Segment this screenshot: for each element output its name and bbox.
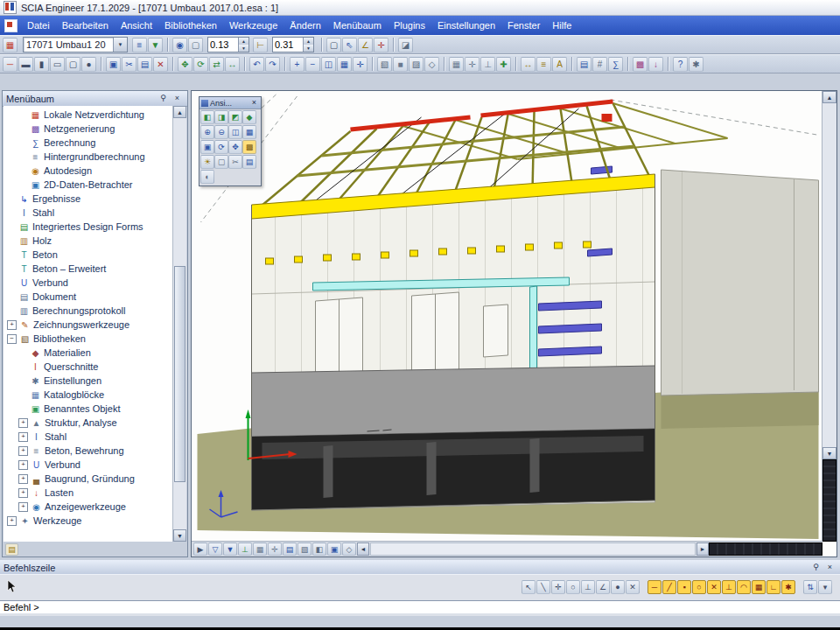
tree-item[interactable]: IQuerschnitte xyxy=(4,360,173,374)
view-y-icon[interactable]: ◨ xyxy=(214,110,228,124)
visibility-state-icon[interactable]: ◉ xyxy=(172,38,187,52)
collapse-box-icon[interactable]: − xyxy=(7,334,17,344)
selection-mode-icon[interactable]: ▶ xyxy=(193,542,207,556)
tree-scroll-track[interactable] xyxy=(173,118,186,529)
tree-item[interactable]: +UVerbund xyxy=(4,458,173,472)
view-z-icon[interactable]: ◩ xyxy=(228,110,242,124)
snap-point-icon[interactable]: ● xyxy=(611,580,625,594)
opening-icon[interactable]: ▢ xyxy=(66,57,80,72)
vscroll-down-icon[interactable]: ▼ xyxy=(822,447,836,459)
tree-item[interactable]: +▲Struktur, Analyse xyxy=(4,416,173,430)
zoom-increase-icon[interactable]: + xyxy=(290,57,304,72)
menu-einstellungen[interactable]: Einstellungen xyxy=(431,17,501,34)
menu-bearbeiten[interactable]: Bearbeiten xyxy=(56,17,115,34)
hscroll-right-icon[interactable]: ► xyxy=(696,542,709,556)
menu-ansicht[interactable]: Ansicht xyxy=(115,17,158,34)
axes-toggle-icon[interactable]: ✚ xyxy=(496,57,511,72)
light-settings-icon[interactable]: ☀ xyxy=(200,155,214,169)
pan-icon[interactable]: ✛ xyxy=(353,57,368,72)
tree-item[interactable]: ≡Hintergrundberechnung xyxy=(4,150,173,164)
expand-box-icon[interactable]: + xyxy=(18,502,28,512)
tree-item[interactable]: +✎Zeichnungswerkzeuge xyxy=(4,318,173,332)
document-window-icon[interactable] xyxy=(4,19,18,32)
snap-perpendicular-icon[interactable]: ⊥ xyxy=(722,580,736,594)
walk-mode-icon[interactable]: ▩ xyxy=(242,140,256,154)
tree-item[interactable]: ▣Benanntes Objekt xyxy=(4,402,173,416)
snap-filter-icon[interactable]: ▾ xyxy=(818,580,832,594)
tree-scroll-down-icon[interactable]: ▼ xyxy=(173,529,186,542)
tree-item[interactable]: ✱Einstellungen xyxy=(4,374,173,388)
mirror-icon[interactable]: ⇄ xyxy=(209,57,224,72)
scale-input-2[interactable] xyxy=(273,38,303,52)
zoom-all-icon[interactable]: ▦ xyxy=(242,125,256,139)
results-view-icon[interactable]: ↓ xyxy=(648,57,663,72)
vscroll-track[interactable] xyxy=(822,103,836,447)
tree-item[interactable]: ▦Katalogblöcke xyxy=(4,388,173,402)
line-grid-icon[interactable]: ─ xyxy=(3,57,18,72)
layer-filter-icon[interactable]: ≡ xyxy=(132,38,147,52)
snap-intersection-icon[interactable]: ✕ xyxy=(707,580,721,594)
dimension-tool-icon[interactable]: ↔ xyxy=(521,57,536,72)
layer-manager-icon[interactable]: ▤ xyxy=(577,57,592,72)
cut-icon[interactable]: ✂ xyxy=(122,57,136,72)
tree-item[interactable]: ▥Holz xyxy=(4,234,173,248)
project-manager-icon[interactable]: ▦ xyxy=(3,38,18,52)
stretch-icon[interactable]: ↔ xyxy=(225,57,240,72)
vscroll-thumb[interactable] xyxy=(822,459,836,542)
expand-box-icon[interactable]: + xyxy=(18,488,28,498)
text-label-tool-icon[interactable]: A xyxy=(552,57,567,72)
pan-view-icon[interactable]: ✥ xyxy=(228,140,242,154)
tree-scroll-up-icon[interactable]: ▲ xyxy=(173,106,186,118)
snap-cross2-icon[interactable]: ✕ xyxy=(626,580,640,594)
view-parameters-icon[interactable]: ▤ xyxy=(242,155,256,169)
snap-circle-icon[interactable]: ○ xyxy=(566,580,580,594)
perspective-view-icon[interactable]: ◇ xyxy=(342,542,356,556)
snap-priority-icon[interactable]: ⇅ xyxy=(803,580,817,594)
expand-box-icon[interactable]: + xyxy=(18,432,28,442)
snap-mode-icon[interactable]: ✛ xyxy=(465,57,480,72)
show-grid-icon[interactable]: ▦ xyxy=(449,57,464,72)
zoom-extents-icon[interactable]: ▦ xyxy=(337,57,352,72)
plate-member-icon[interactable]: ▭ xyxy=(50,57,65,72)
delete-icon[interactable]: ✕ xyxy=(153,57,168,72)
tree-scrollbar[interactable]: ▲ ▼ xyxy=(172,106,186,542)
snap-grid-points-icon[interactable]: ▦ xyxy=(752,580,766,594)
section-plane-icon[interactable]: ✂ xyxy=(228,155,242,169)
move-icon[interactable]: ✥ xyxy=(178,57,192,72)
snap-node-icon[interactable]: ▪ xyxy=(677,580,691,594)
snap-endpoint-icon[interactable]: ╱ xyxy=(662,580,676,594)
tree-item[interactable]: ▦Lokale Netzverdichtung xyxy=(4,108,173,122)
calculator-icon[interactable]: ∑ xyxy=(608,57,623,72)
menu-datei[interactable]: Datei xyxy=(21,17,56,34)
fit-view-icon[interactable]: ▣ xyxy=(327,542,341,556)
show-sections-icon[interactable]: ▧ xyxy=(298,542,312,556)
show-layers-icon[interactable]: ▤ xyxy=(283,542,297,556)
snap-perp-icon[interactable]: ⊥ xyxy=(581,580,595,594)
snap-orthogonal-icon[interactable]: ∟ xyxy=(766,580,780,594)
clipboard-new-icon[interactable]: ▢ xyxy=(326,38,341,52)
snap-cross-icon[interactable]: ✛ xyxy=(551,580,565,594)
measure-angle-icon[interactable]: ∠ xyxy=(358,38,373,52)
spin1-up-icon[interactable]: ▲ xyxy=(239,38,248,45)
expand-box-icon[interactable]: + xyxy=(18,446,28,456)
zoom-in-icon[interactable]: ⊕ xyxy=(200,125,214,139)
help-icon[interactable]: ? xyxy=(673,57,688,72)
view-palette-header[interactable]: Ansi... × xyxy=(200,97,261,109)
3d-viewport[interactable]: Ansi... × ◧◨◩◆⊕⊖◫▦▣⟳✥▩☀▢✂▤◐ ▶▽▼⊥▦✛▤▧◧▣◇ … xyxy=(191,90,837,557)
tree-item[interactable]: −▧Bibliotheken xyxy=(4,332,173,346)
menu-fenster[interactable]: Fenster xyxy=(501,17,546,34)
node-tool-icon[interactable]: ● xyxy=(81,57,96,72)
pointer-mode-icon[interactable]: ⇖ xyxy=(342,38,357,52)
tree-item[interactable]: +≡Beton, Bewehrung xyxy=(4,444,173,458)
expand-box-icon[interactable]: + xyxy=(18,460,28,470)
combo-dropdown-icon[interactable]: ▼ xyxy=(113,38,127,52)
command-pin-icon[interactable]: ⚲ xyxy=(809,561,822,574)
cursor-snap-icon[interactable]: ↖ xyxy=(522,580,536,594)
redo-icon[interactable]: ↷ xyxy=(265,57,280,72)
tree-item[interactable]: +✦Werkzeuge xyxy=(4,514,173,528)
spin2-up-icon[interactable]: ▲ xyxy=(304,38,313,45)
tree-item[interactable]: +↓Lasten xyxy=(4,486,173,500)
tree-item[interactable]: TBeton xyxy=(4,248,173,262)
spin2-down-icon[interactable]: ▼ xyxy=(304,45,313,52)
menu-hilfe[interactable]: Hilfe xyxy=(546,17,578,34)
